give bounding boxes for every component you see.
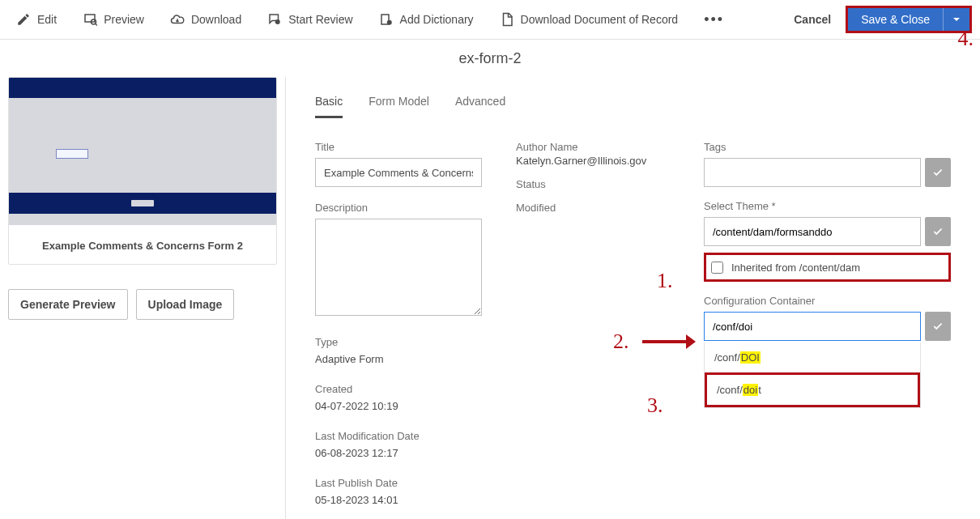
svg-point-2 [386, 20, 391, 25]
review-icon [267, 12, 282, 27]
theme-input[interactable] [704, 217, 921, 246]
cancel-button[interactable]: Cancel [779, 13, 846, 26]
inherited-checkbox-row: Inherited from /content/dam [704, 253, 951, 282]
cc-input[interactable] [704, 312, 921, 341]
cc-option-1[interactable]: /conf/doit [705, 372, 920, 407]
add-dictionary-button[interactable]: Add Dictionary [368, 0, 485, 40]
check-icon [932, 226, 944, 237]
thumb-band [9, 193, 276, 214]
annotation-2: 2. [613, 330, 629, 354]
cloud-download-icon [170, 12, 185, 27]
thumbnail-buttons: Generate Preview Upload Image [8, 289, 277, 320]
created-value: 04-07-2022 10:19 [315, 400, 482, 412]
cc-check-badge[interactable] [925, 312, 951, 341]
left-column: Example Comments & Concerns Form 2 Gener… [0, 77, 286, 519]
right-column: 4. Basic Form Model Advanced Title Descr… [286, 77, 980, 519]
last-mod-label: Last Modification Date [315, 430, 482, 442]
description-label: Description [315, 202, 482, 214]
modified-label: Modified [516, 202, 670, 214]
author-value: Katelyn.Garner@Illinois.gov [516, 155, 670, 167]
col-b: Author Name Katelyn.Garner@Illinois.gov … [516, 141, 670, 506]
download-dor-button[interactable]: Download Document of Record [488, 0, 690, 40]
save-close-button[interactable]: Save & Close [848, 8, 943, 31]
pencil-icon [16, 12, 31, 27]
more-actions-button[interactable]: ••• [692, 0, 735, 40]
created-label: Created [315, 383, 482, 395]
theme-label: Select Theme * [704, 200, 951, 212]
cc-option-0[interactable]: /conf/DOI [705, 342, 920, 372]
download-label: Download [191, 13, 241, 26]
thumbnail-title: Example Comments & Concerns Form 2 [9, 225, 276, 264]
thumbnail-card: Example Comments & Concerns Form 2 [8, 77, 277, 265]
start-review-label: Start Review [288, 13, 352, 26]
page-body: Example Comments & Concerns Form 2 Gener… [0, 77, 980, 519]
arrow-icon [642, 332, 696, 351]
tags-label: Tags [704, 141, 951, 153]
title-label: Title [315, 141, 482, 153]
start-review-button[interactable]: Start Review [256, 0, 364, 40]
download-dor-label: Download Document of Record [521, 13, 679, 26]
tags-check-badge[interactable] [925, 158, 951, 187]
author-label: Author Name [516, 141, 670, 153]
status-label: Status [516, 178, 670, 190]
last-pub-label: Last Publish Date [315, 477, 482, 489]
type-value: Adaptive Form [315, 353, 482, 365]
cc-label: Configuration Container [704, 295, 951, 307]
tab-form-model[interactable]: Form Model [369, 95, 429, 118]
tags-input[interactable] [704, 158, 921, 187]
add-dictionary-label: Add Dictionary [400, 13, 474, 26]
theme-check-badge[interactable] [925, 217, 951, 246]
last-mod-value: 06-08-2023 12:17 [315, 447, 482, 459]
save-close-group: Save & Close [846, 6, 972, 33]
ellipsis-icon: ••• [704, 11, 724, 28]
thumb-field [56, 149, 88, 159]
check-icon [932, 321, 944, 332]
toolbar-left: Edit Preview Download Start Review Add D… [5, 0, 735, 40]
cc-wrap: /conf/DOI /conf/doit [704, 312, 951, 341]
description-input[interactable] [315, 219, 482, 316]
col-c: Tags Select Theme * 1. Inherited from /c… [704, 141, 951, 506]
generate-preview-button[interactable]: Generate Preview [8, 289, 128, 320]
title-input[interactable] [315, 158, 482, 187]
inherited-checkbox[interactable] [711, 262, 723, 274]
edit-label: Edit [37, 13, 57, 26]
property-tabs: Basic Form Model Advanced [315, 77, 951, 118]
chevron-down-icon [952, 15, 961, 23]
preview-label: Preview [104, 13, 144, 26]
page-title: ex-form-2 [0, 40, 980, 77]
edit-button[interactable]: Edit [5, 0, 68, 40]
dictionary-icon [379, 12, 394, 27]
col-a: Title Description Type Adaptive Form Cre… [315, 141, 482, 506]
document-icon [500, 12, 514, 27]
tab-basic[interactable]: Basic [315, 95, 343, 118]
annotation-3: 3. [647, 394, 663, 418]
svg-point-1 [275, 19, 280, 24]
cc-dropdown: /conf/DOI /conf/doit [704, 342, 921, 408]
form-columns: Title Description Type Adaptive Form Cre… [315, 141, 951, 506]
annotation-1: 1. [657, 269, 673, 293]
check-icon [932, 167, 944, 178]
type-label: Type [315, 336, 482, 348]
preview-button[interactable]: Preview [71, 0, 156, 40]
inherited-label: Inherited from /content/dam [731, 262, 860, 274]
preview-icon [83, 12, 97, 27]
download-button[interactable]: Download [159, 0, 253, 40]
last-pub-value: 05-18-2023 14:01 [315, 494, 482, 506]
annotation-4: 4. [958, 27, 974, 51]
upload-image-button[interactable]: Upload Image [136, 289, 235, 320]
tab-advanced[interactable]: Advanced [455, 95, 505, 118]
form-thumbnail [9, 78, 276, 225]
toolbar: Edit Preview Download Start Review Add D… [0, 0, 980, 40]
